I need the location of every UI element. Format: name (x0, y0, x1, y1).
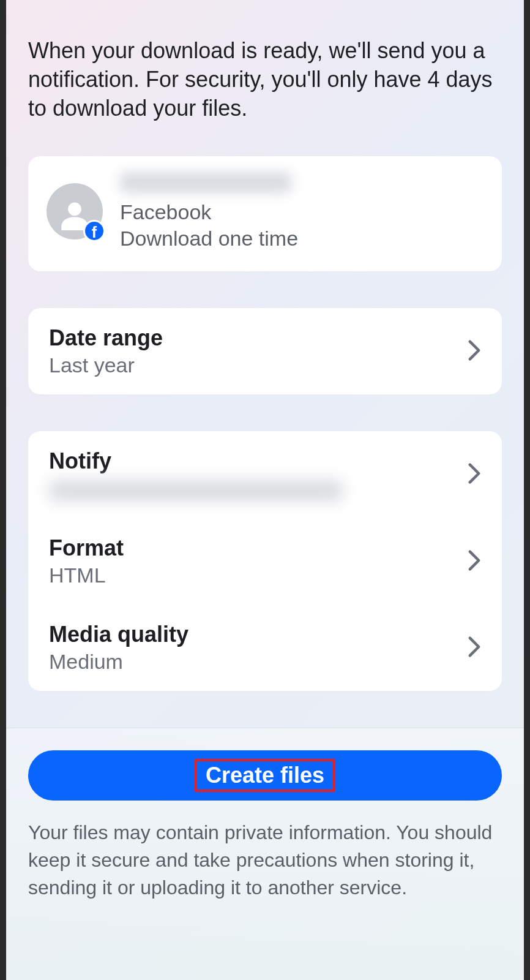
footer-privacy-text: Your files may contain private informati… (28, 819, 502, 901)
date-range-row[interactable]: Date range Last year (28, 308, 502, 394)
chevron-right-icon (468, 636, 481, 660)
date-range-value: Last year (49, 353, 163, 377)
format-title: Format (49, 535, 124, 561)
chevron-right-icon (468, 549, 481, 574)
create-files-label: Create files (206, 763, 324, 788)
date-range-card: Date range Last year (28, 308, 502, 394)
facebook-badge-icon: f (83, 220, 105, 242)
format-row[interactable]: Format HTML (28, 518, 502, 605)
svg-point-0 (68, 203, 81, 216)
highlight-annotation: Create files (195, 759, 335, 792)
notify-title: Notify (49, 448, 343, 474)
account-card: f Facebook Download one time (28, 156, 502, 271)
notify-row[interactable]: Notify (28, 431, 502, 518)
account-name-redacted (120, 172, 291, 193)
avatar: f (47, 183, 103, 239)
chevron-right-icon (468, 462, 481, 487)
date-range-title: Date range (49, 325, 163, 351)
media-quality-title: Media quality (49, 622, 188, 647)
media-quality-value: Medium (49, 650, 188, 674)
options-card: Notify Format HTML Media quality Medium (28, 431, 502, 691)
create-files-button[interactable]: Create files (28, 750, 502, 801)
download-mode-label: Download one time (120, 227, 298, 251)
chevron-right-icon (468, 339, 481, 364)
format-value: HTML (49, 564, 124, 587)
bottom-section: Create files Your files may contain priv… (6, 728, 524, 980)
notify-value-redacted (49, 480, 343, 501)
header-info-text: When your download is ready, we'll send … (28, 37, 502, 123)
platform-label: Facebook (120, 200, 298, 224)
media-quality-row[interactable]: Media quality Medium (28, 605, 502, 691)
